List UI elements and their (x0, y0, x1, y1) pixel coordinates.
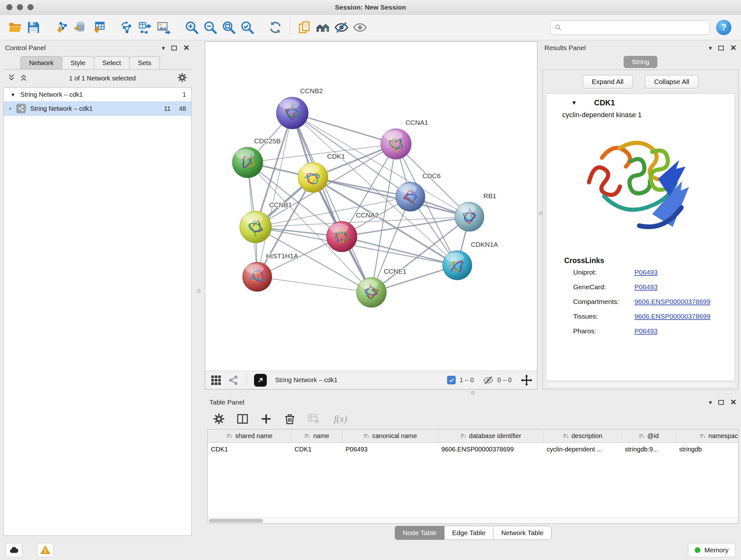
copy-documents-button[interactable] (295, 18, 314, 37)
refresh-button[interactable] (266, 18, 285, 37)
hidden-eye-slash-icon[interactable] (483, 375, 494, 386)
network-node-CCNB2[interactable] (276, 97, 308, 129)
zoom-selected-button[interactable] (238, 18, 257, 37)
tab-select[interactable]: Select (94, 56, 130, 69)
open-in-new-window-icon[interactable] (254, 374, 267, 387)
network-node-CCNE1[interactable] (356, 277, 387, 307)
zoom-out-button[interactable] (201, 18, 219, 37)
show-columns-icon[interactable] (236, 413, 249, 425)
import-table-button[interactable] (89, 18, 108, 37)
function-builder-icon[interactable]: f(x) (334, 414, 347, 424)
crosslink-link[interactable]: P06493 (634, 268, 657, 276)
panel-float-icon[interactable] (718, 400, 724, 405)
zoom-fit-button[interactable] (219, 18, 238, 37)
delete-column-trash-icon[interactable] (283, 413, 296, 425)
tab-edge-table[interactable]: Edge Table (444, 526, 494, 540)
import-network-database-button[interactable] (71, 18, 89, 37)
panel-menu-icon[interactable]: ▾ (709, 399, 712, 406)
import-network-file-button[interactable] (52, 18, 71, 37)
tab-network[interactable]: Network (20, 56, 62, 69)
tab-node-table[interactable]: Node Table (395, 526, 445, 540)
close-window-button[interactable] (6, 4, 12, 10)
network-canvas[interactable]: CCNB2CCNA1CDC25BCDK1CDC6RB1CCNB1CCNA2CDK… (205, 42, 537, 371)
network-node-CCNB1[interactable] (240, 211, 272, 243)
panel-menu-icon[interactable]: ▾ (162, 45, 165, 51)
network-node-CDC6[interactable] (396, 182, 425, 211)
network-node-CDK1[interactable] (298, 163, 328, 192)
export-image-button[interactable] (154, 18, 173, 37)
vertical-splitter-grip[interactable] (197, 289, 201, 293)
zoom-window-button[interactable] (27, 4, 33, 10)
crosslink-link[interactable]: 9606.ENSP00000378699 (634, 313, 711, 320)
network-node-CDKN1A[interactable] (443, 251, 472, 280)
results-horizontal-scrollbar[interactable] (546, 382, 735, 387)
network-row-selected[interactable]: ● String Network – cdk1 11 48 (3, 101, 191, 116)
show-all-button[interactable] (351, 18, 369, 37)
column-header-namespace[interactable]: namespace (676, 429, 738, 442)
panel-close-icon[interactable]: ✕ (183, 44, 190, 52)
tab-network-table[interactable]: Network Table (493, 526, 551, 540)
minimize-window-button[interactable] (17, 4, 23, 10)
crosslink-link[interactable]: P06493 (634, 283, 657, 291)
crosslink-link[interactable]: P06493 (634, 327, 657, 335)
cloud-status-button[interactable] (6, 543, 22, 557)
tab-style[interactable]: Style (62, 56, 94, 69)
expand-all-networks-icon[interactable] (7, 73, 16, 83)
open-session-button[interactable] (6, 18, 24, 37)
column-header-name[interactable]: name (291, 429, 342, 442)
zoom-in-button[interactable] (183, 18, 201, 37)
network-node-CDC25B[interactable] (232, 147, 263, 178)
first-neighbors-button[interactable] (314, 18, 332, 37)
panel-close-icon[interactable]: ✕ (730, 44, 737, 52)
panel-float-icon[interactable] (172, 46, 177, 51)
search-field[interactable] (550, 20, 710, 35)
column-header-description[interactable]: description (543, 429, 622, 442)
protein-section-header[interactable]: ▼ CDK1 (546, 94, 735, 109)
tab-sets[interactable]: Sets (129, 56, 160, 69)
table-row[interactable]: CDK1CDK1P064939606.ENSP00000378699cyclin… (208, 443, 738, 455)
results-panel-header: Results Panel ▾ ✕ (542, 42, 738, 54)
panel-menu-icon[interactable]: ▾ (709, 45, 712, 51)
network-node-HIST1H1A[interactable] (243, 262, 272, 292)
scrollbar-thumb[interactable] (209, 519, 263, 523)
save-session-button[interactable] (24, 18, 43, 37)
network-share-icon[interactable] (227, 374, 240, 387)
search-input[interactable] (564, 23, 705, 31)
column-header-shared-name[interactable]: shared name (208, 429, 291, 442)
network-node-CCNA2[interactable] (327, 221, 357, 252)
new-network-button[interactable] (118, 18, 136, 37)
expand-all-button[interactable]: Expand All (583, 75, 633, 88)
move-crosshair-icon[interactable] (521, 374, 533, 386)
gear-icon[interactable] (177, 72, 188, 84)
tab-string[interactable]: String (623, 56, 658, 68)
hide-selected-button[interactable] (332, 18, 351, 37)
crosslink-link[interactable]: 9606.ENSP00000378699 (634, 298, 711, 306)
birds-eye-view-icon[interactable] (210, 374, 222, 387)
collapse-all-button[interactable]: Collapse All (645, 75, 698, 88)
column-header-canonical-name[interactable]: canonical name (342, 429, 438, 442)
selected-nodes-checkbox-icon[interactable] (447, 376, 456, 384)
column-header--id[interactable]: @id (622, 429, 676, 442)
table-settings-gear-icon[interactable] (212, 413, 225, 425)
network-node-RB1[interactable] (455, 202, 484, 232)
network-edge[interactable] (292, 113, 396, 144)
network-edge[interactable] (342, 237, 457, 265)
add-column-plus-icon[interactable] (260, 413, 273, 425)
column-header-database-identifier[interactable]: database identifier (438, 429, 543, 442)
network-edge[interactable] (292, 113, 372, 293)
section-expand-icon[interactable]: ▼ (571, 100, 577, 106)
help-button[interactable]: ? (716, 20, 731, 35)
table-horizontal-scrollbar[interactable] (208, 517, 738, 523)
collapse-all-networks-icon[interactable] (19, 73, 28, 83)
panel-close-icon[interactable]: ✕ (730, 398, 737, 406)
warnings-button[interactable] (37, 543, 54, 557)
horizontal-splitter-grip[interactable] (471, 391, 475, 395)
memory-button[interactable]: Memory (688, 543, 735, 557)
tree-expand-icon[interactable]: ▼ (10, 92, 15, 98)
network-from-table-button[interactable] (136, 18, 154, 37)
results-splitter-grip[interactable] (539, 211, 542, 215)
network-node-CCNA1[interactable] (381, 129, 411, 159)
panel-float-icon[interactable] (718, 46, 724, 51)
network-collection-row[interactable]: ▼ String Network – cdk1 1 (3, 88, 191, 101)
network-edge[interactable] (257, 277, 372, 293)
